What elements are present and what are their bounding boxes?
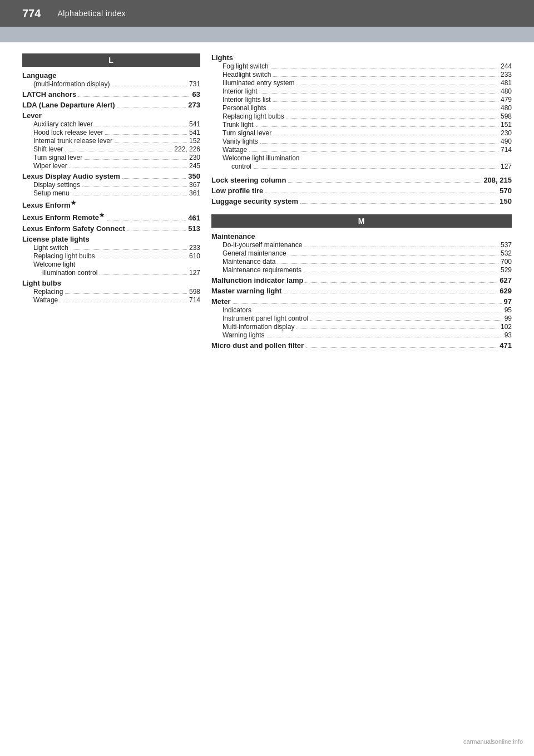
entry-page: 513 xyxy=(188,224,200,233)
dots xyxy=(265,193,497,193)
entry-label: Replacing xyxy=(33,288,63,296)
dots xyxy=(70,168,187,168)
entry-illuminated-entry: Illuminated entry system 481 xyxy=(211,79,512,87)
entry-label: Replacing light bulbs xyxy=(33,252,95,260)
entry-page: 244 xyxy=(501,62,512,70)
entry-page: 222, 226 xyxy=(174,145,200,153)
group-lock-steering: Lock steering column 208, 215 xyxy=(211,176,512,184)
entry-label: Auxiliary catch lever xyxy=(33,120,93,128)
entry-control: control 127 xyxy=(211,163,512,170)
entry-label: Display settings xyxy=(33,181,80,189)
group-master-warning: Master warning light 629 xyxy=(211,287,512,295)
entry-label: Wattage xyxy=(33,296,58,304)
section-header-M: M xyxy=(211,214,512,228)
group-low-profile-tire: Low profile tire 570 xyxy=(211,186,512,195)
entry-page: 233 xyxy=(501,71,512,78)
dots xyxy=(260,143,498,144)
entry-label: Luggage security system xyxy=(211,197,298,205)
dots xyxy=(71,249,187,250)
dots xyxy=(304,247,498,247)
group-latch: LATCH anchors 63 xyxy=(22,90,200,99)
entry-label: Trunk light xyxy=(222,121,254,129)
entry-page: 480 xyxy=(501,104,512,112)
entry-lexus-enform-remote: Lexus Enform Remote★ 461 xyxy=(22,212,200,222)
group-lever: Lever Auxiliary catch lever 541 Hood loc… xyxy=(22,111,200,170)
dots xyxy=(267,337,502,337)
entry-general-maintenance: General maintenance 532 xyxy=(211,249,512,257)
entry-label: Light switch xyxy=(33,244,68,252)
dots xyxy=(305,282,497,283)
dots xyxy=(107,220,186,220)
entry-replacing-light-bulbs-lp: Replacing light bulbs 610 xyxy=(22,252,200,260)
entry-setup-menu: Setup menu 361 xyxy=(22,189,200,197)
group-malfunction-lamp: Malfunction indicator lamp 627 xyxy=(211,276,512,284)
entry-label: (multi-information display) xyxy=(33,80,110,88)
entry-light-bulbs: Light bulbs xyxy=(22,279,200,287)
entry-headlight-switch: Headlight switch 233 xyxy=(211,71,512,78)
entry-page: 479 xyxy=(501,96,512,104)
entry-page: 461 xyxy=(188,214,200,222)
entry-label: Malfunction indicator lamp xyxy=(211,276,303,284)
dots xyxy=(117,107,186,107)
entry-page: 610 xyxy=(189,252,200,260)
entry-page: 367 xyxy=(189,181,200,189)
entry-lights: Lights xyxy=(211,53,512,62)
entry-page: 537 xyxy=(501,241,512,249)
entry-page: 95 xyxy=(505,306,512,314)
group-license-plate: License plate lights Light switch 233 Re… xyxy=(22,235,200,277)
entry-lexus-enform-safety: Lexus Enform Safety Connect 513 xyxy=(22,224,200,233)
dots xyxy=(273,76,498,77)
dots xyxy=(260,93,498,94)
entry-micro-dust: Micro dust and pollen filter 471 xyxy=(211,341,512,350)
group-maintenance: Maintenance Do-it-yourself maintenance 5… xyxy=(211,232,512,274)
entry-page: 480 xyxy=(501,87,512,95)
dots xyxy=(127,230,186,231)
dots xyxy=(82,186,187,187)
group-lexus-enform: Lexus Enform★ xyxy=(22,199,200,209)
entry-page: 570 xyxy=(500,186,512,195)
entry-page: 541 xyxy=(189,120,200,128)
entry-trunk-light: Trunk light 151 xyxy=(211,121,512,129)
dots xyxy=(306,347,497,348)
page-header: 774 Alphabetical index xyxy=(0,0,534,27)
right-column: Lights Fog light switch 244 Headlight sw… xyxy=(211,53,512,352)
dots xyxy=(289,255,498,256)
color-bar xyxy=(0,27,534,42)
entry-illumination-control: illumination control 127 xyxy=(22,269,200,277)
entry-page: 233 xyxy=(189,244,200,252)
entry-meter: Meter 97 xyxy=(211,297,512,306)
entry-turn-signal-lever-r: Turn signal lever 230 xyxy=(211,129,512,137)
entry-page: 245 xyxy=(189,162,200,170)
entry-page: 230 xyxy=(501,129,512,137)
entry-label: Vanity lights xyxy=(222,138,258,145)
entry-label: Interior lights list xyxy=(222,96,271,104)
main-content: L Language (multi-information display) 7… xyxy=(0,42,534,363)
dots xyxy=(85,159,187,160)
dots xyxy=(296,85,498,85)
entry-label: Maintenance data xyxy=(222,258,275,266)
entry-label: Lexus Enform Remote★ xyxy=(22,212,105,222)
group-lda: LDA (Lane Departure Alert) 273 xyxy=(22,101,200,109)
entry-hood-lock: Hood lock release lever 541 xyxy=(22,129,200,136)
entry-maintenance-data: Maintenance data 700 xyxy=(211,258,512,266)
group-micro-dust: Micro dust and pollen filter 471 xyxy=(211,341,512,350)
entry-page: 150 xyxy=(500,197,512,205)
page-title: Alphabetical index xyxy=(57,9,126,18)
dots xyxy=(273,101,498,102)
entry-welcome-light: Welcome light xyxy=(22,261,200,268)
entry-label: General maintenance xyxy=(222,249,286,257)
group-lights: Lights Fog light switch 244 Headlight sw… xyxy=(211,53,512,170)
entry-page: 102 xyxy=(501,323,512,331)
group-light-bulbs: Light bulbs Replacing 598 Wattage 714 xyxy=(22,279,200,304)
dots xyxy=(65,151,172,151)
dots xyxy=(254,168,498,169)
entry-label: Turn signal lever xyxy=(33,154,82,161)
entry-page: 97 xyxy=(504,297,512,306)
entry-label: Maintenance requirements xyxy=(222,266,301,274)
dots xyxy=(271,68,498,68)
dots xyxy=(256,126,498,127)
entry-label: Hood lock release lever xyxy=(33,129,103,136)
entry-light-switch: Light switch 233 xyxy=(22,244,200,252)
section-header-L: L xyxy=(22,53,200,67)
entry-auxiliary-catch: Auxiliary catch lever 541 xyxy=(22,120,200,128)
